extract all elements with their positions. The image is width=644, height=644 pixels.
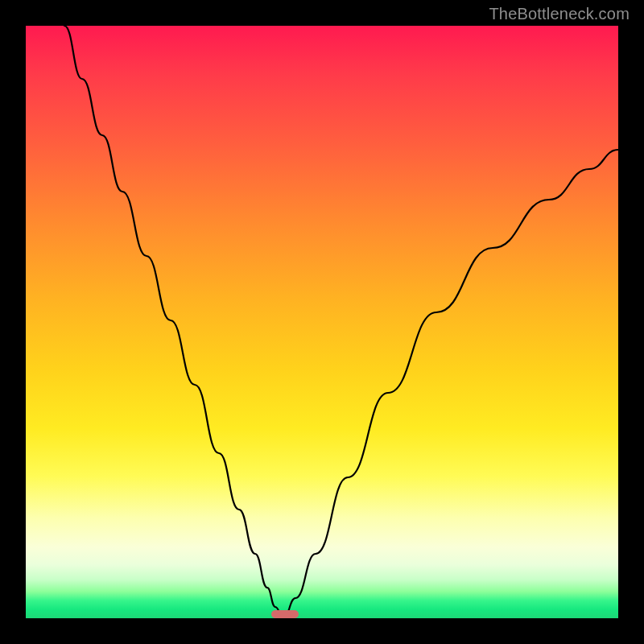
watermark-text: TheBottleneck.com <box>489 5 630 23</box>
cusp-marker <box>271 610 299 618</box>
plot-area <box>26 26 618 618</box>
bottleneck-curve <box>26 26 618 618</box>
chart-frame: TheBottleneck.com <box>0 0 644 644</box>
curve-right-branch <box>283 150 618 618</box>
curve-left-branch <box>64 26 283 618</box>
